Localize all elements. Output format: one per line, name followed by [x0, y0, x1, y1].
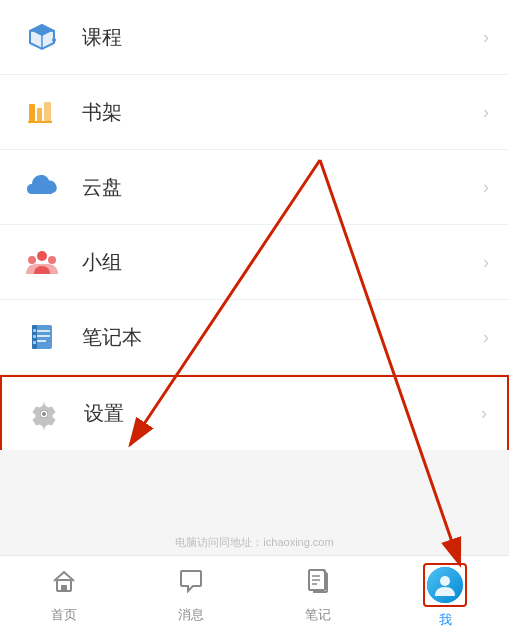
notebook-icon: [20, 315, 64, 359]
home-label: 首页: [51, 606, 77, 624]
svg-rect-4: [29, 104, 35, 122]
settings-label: 设置: [84, 400, 481, 427]
nav-item-home[interactable]: 首页: [0, 556, 127, 635]
menu-item-group[interactable]: 小组 ›: [0, 225, 509, 300]
menu-item-cloud[interactable]: 云盘 ›: [0, 150, 509, 225]
menu-item-settings[interactable]: 设置 ›: [0, 375, 509, 450]
notes-label: 笔记: [305, 606, 331, 624]
cloud-chevron: ›: [483, 177, 489, 198]
settings-icon: [22, 392, 66, 436]
courses-icon: [20, 15, 64, 59]
group-label: 小组: [82, 249, 483, 276]
nav-item-profile[interactable]: 我: [382, 556, 509, 635]
message-label: 消息: [178, 606, 204, 624]
notebook-label: 笔记本: [82, 324, 483, 351]
svg-point-9: [28, 256, 36, 264]
watermark: 电脑访问同地址：ichaoxing.com: [0, 535, 509, 550]
svg-point-28: [440, 576, 450, 586]
svg-rect-6: [44, 102, 51, 122]
profile-border: [423, 563, 467, 607]
svg-rect-23: [61, 585, 67, 591]
group-icon: [20, 240, 64, 284]
svg-point-3: [52, 38, 56, 42]
notes-icon: [304, 567, 332, 602]
bookshelf-chevron: ›: [483, 102, 489, 123]
avatar-inner: [427, 567, 463, 603]
avatar: [427, 567, 463, 603]
profile-label: 我: [439, 611, 452, 629]
menu-item-bookshelf[interactable]: 书架 ›: [0, 75, 509, 150]
svg-rect-5: [37, 108, 42, 122]
nav-item-notes[interactable]: 笔记: [255, 556, 382, 635]
courses-chevron: ›: [483, 27, 489, 48]
settings-chevron: ›: [481, 403, 487, 424]
bottom-nav: 首页 消息 笔记: [0, 555, 509, 635]
home-icon: [50, 567, 78, 602]
svg-point-21: [42, 412, 46, 416]
menu-list: 课程 › 书架 › 云盘 ›: [0, 0, 509, 450]
cloud-icon: [20, 165, 64, 209]
svg-rect-18: [33, 341, 36, 344]
nav-item-message[interactable]: 消息: [127, 556, 254, 635]
menu-item-notebook[interactable]: 笔记本 ›: [0, 300, 509, 375]
cloud-label: 云盘: [82, 174, 483, 201]
svg-rect-16: [33, 329, 36, 332]
bookshelf-icon: [20, 90, 64, 134]
svg-point-10: [48, 256, 56, 264]
svg-point-8: [37, 251, 47, 261]
svg-rect-17: [33, 335, 36, 338]
courses-label: 课程: [82, 24, 483, 51]
group-chevron: ›: [483, 252, 489, 273]
notebook-chevron: ›: [483, 327, 489, 348]
message-icon: [177, 567, 205, 602]
bookshelf-label: 书架: [82, 99, 483, 126]
menu-item-courses[interactable]: 课程 ›: [0, 0, 509, 75]
